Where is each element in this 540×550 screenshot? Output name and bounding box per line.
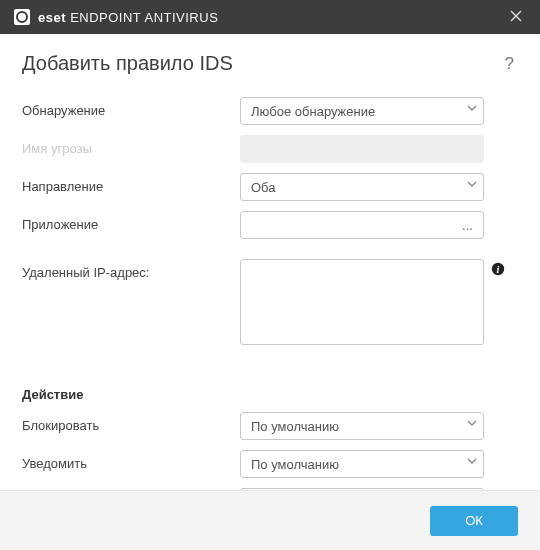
help-button[interactable]: ? <box>501 54 518 74</box>
threat-name-input <box>240 135 484 163</box>
block-select[interactable]: По умолчанию <box>240 412 484 440</box>
brand-bold: eset <box>38 10 66 25</box>
info-icon[interactable]: i <box>490 261 506 277</box>
notify-select[interactable]: По умолчанию <box>240 450 484 478</box>
direction-value: Оба <box>251 180 276 195</box>
browse-button[interactable]: ... <box>454 215 480 235</box>
label-direction: Направление <box>22 173 240 194</box>
label-notify: Уведомить <box>22 450 240 471</box>
brand-light: ENDPOINT ANTIVIRUS <box>66 10 218 25</box>
close-button[interactable] <box>504 4 528 30</box>
label-block: Блокировать <box>22 412 240 433</box>
label-remote-ip: Удаленный IP-адрес: <box>22 259 240 280</box>
page-title: Добавить правило IDS <box>22 52 501 75</box>
label-detection: Обнаружение <box>22 97 240 118</box>
label-application: Приложение <box>22 211 240 232</box>
application-input[interactable]: ... <box>240 211 484 239</box>
notify-value: По умолчанию <box>251 457 339 472</box>
section-action: Действие <box>22 387 518 402</box>
app-title: eset ENDPOINT ANTIVIRUS <box>38 10 218 25</box>
content-area: Добавить правило IDS ? Обнаружение Любое… <box>0 34 540 518</box>
detection-value: Любое обнаружение <box>251 104 375 119</box>
brand-logo-icon <box>14 9 30 25</box>
titlebar: eset ENDPOINT ANTIVIRUS <box>0 0 540 34</box>
label-threat-name: Имя угрозы <box>22 135 240 156</box>
detection-select[interactable]: Любое обнаружение <box>240 97 484 125</box>
svg-text:i: i <box>497 264 500 275</box>
footer: ОК <box>0 490 540 550</box>
block-value: По умолчанию <box>251 419 339 434</box>
ok-button[interactable]: ОК <box>430 506 518 536</box>
direction-select[interactable]: Оба <box>240 173 484 201</box>
remote-ip-textarea[interactable] <box>240 259 484 345</box>
